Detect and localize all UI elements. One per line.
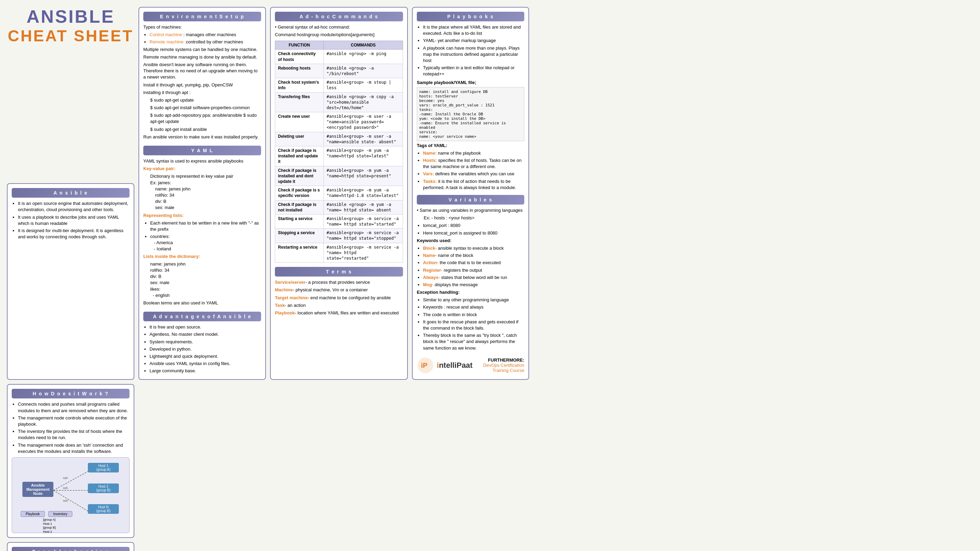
management-node: AnsibleManagementNode	[22, 482, 53, 497]
title-line1: ANSIBLE	[7, 7, 134, 27]
adhoc-command-2: #ansible<group> -m steup | less	[323, 78, 402, 92]
advantages-list: It is free and open source. Agentless. N…	[143, 324, 261, 374]
adhoc-command-1: #ansible <group> -a "/bin/reboot"	[323, 64, 402, 78]
yaml-lists-header: Representing lists:	[143, 213, 261, 219]
env-point-1: Multiple remote systems can be handled b…	[143, 46, 261, 53]
adhoc-function-7: Check if package is installed and dont u…	[275, 166, 324, 186]
vars-kw-rest-3: registers the output	[442, 268, 482, 273]
advantages-title: A d v a n t a g e s o f A n s i b l e	[143, 312, 261, 321]
exception-list: Similar to any other programming languag…	[417, 297, 524, 351]
env-point-3: Ansible doesn't leave any software runni…	[143, 62, 261, 81]
yaml-lists-label: Representing lists:	[143, 213, 184, 218]
how-point-3: The inventory file provides the list of …	[18, 429, 129, 441]
pb-tag-label-3: Tasks:	[423, 179, 437, 184]
adv-4: Developed in python.	[150, 346, 261, 352]
adhoc-command-0: #ansible <group> -m ping	[323, 49, 402, 64]
control-text: : manages other machines	[182, 32, 236, 37]
svg-text:ssh: ssh	[63, 499, 68, 502]
logo-text: intelliPaat	[437, 361, 473, 370]
remote-label: Remote machine:	[150, 39, 185, 44]
exception-item-4: Thereby block is the same as "try block …	[423, 332, 524, 351]
adhoc-command-12: #ansible<group> -m service -a "name= htt…	[323, 243, 402, 263]
terms-rest-0: - a process that provides service	[305, 279, 370, 285]
ansible-point-1: It is an open source engine that automat…	[18, 200, 129, 213]
yaml-dict-label: Lists inside the dictionary:	[143, 254, 200, 259]
ansible-title: A n s i b l e	[12, 188, 129, 198]
adhoc-section: A d - h o c C o m m a n d s • General sy…	[275, 12, 403, 263]
svg-line-0	[53, 472, 88, 491]
network-diagram: AnsibleManagementNode Host 1(group A) Ho…	[12, 457, 129, 533]
adv-2: Agentless. No master client model.	[150, 331, 261, 338]
adhoc-row-12: Restarting a service#ansible<group> -m s…	[275, 243, 403, 263]
exception-item-1: Keywords : rescue and always	[423, 304, 524, 310]
adhoc-row-7: Check if package is installed and dont u…	[275, 166, 403, 186]
terms-list: Service/server- a process that provides …	[275, 279, 403, 316]
vars-kw-2: Action- the code that is to be executed	[423, 260, 524, 266]
adhoc-function-6: Check if package is installed and update…	[275, 146, 324, 166]
terms-rest-4: - location where YAML files are written …	[295, 310, 399, 316]
remote-text: controlled by other machines	[185, 39, 243, 44]
adv-1: It is free and open source.	[150, 324, 261, 330]
host1: Host 1(group A)	[88, 463, 119, 473]
title-line2: CHEAT SHEET	[7, 27, 134, 45]
environment-yaml-column: E n v i r o n m e n t S e t u p Types of…	[138, 7, 266, 380]
furthermore-label: FURTHERMORE:	[473, 357, 524, 363]
control-label: Control machine	[150, 32, 182, 37]
adhoc-terms-column: A d - h o c C o m m a n d s • General sy…	[270, 7, 408, 380]
machine-types: Control machine : manages other machines…	[143, 32, 261, 45]
playbooks-title: P l a y b o o k s	[417, 12, 524, 21]
yaml-intro: YAML syntax is used to express ansible p…	[143, 158, 261, 164]
adhoc-function-4: Create new user	[275, 112, 324, 132]
pb-4: Typically written in a text editor like …	[423, 65, 524, 77]
pb-tag-2: Vars: defines the variables which you ca…	[423, 171, 524, 177]
yaml-boolean: Boolean terms are also used in YAML	[143, 300, 261, 306]
adhoc-row-1: Rebooting hosts#ansible <group> -a "/bin…	[275, 64, 403, 78]
env-point-5: installing it through apt :	[143, 89, 261, 96]
yaml-kv-label: Key-value pair:	[143, 166, 175, 171]
adhoc-command-9: #ansible <group> -m yum -a "name= httpd …	[323, 200, 402, 214]
pb-tag-1: Hosts: specifies the list of hosts. Task…	[423, 157, 524, 170]
adhoc-function-1: Rebooting hosts	[275, 64, 324, 78]
adhoc-row-4: Create new user#ansible<group> -m user -…	[275, 112, 403, 132]
remote-machine: Remote machine: controlled by other mach…	[150, 39, 261, 45]
pb-tag-label-1: Hosts:	[423, 158, 437, 163]
vars-example: Ex: - hosts : <your hosts>	[417, 215, 524, 221]
environment-setup-section: E n v i r o n m e n t S e t u p Types of…	[143, 12, 261, 141]
exception-header: Exception handling:	[417, 289, 524, 295]
yaml-lists-body: Each element has to be written in a new …	[143, 220, 261, 252]
vars-kw-label-0: Block-	[423, 246, 437, 251]
terms-item-0: Service/server- a process that provides …	[275, 279, 403, 286]
col-commands: COMMANDS	[323, 41, 402, 49]
sample-code: name: install and configure DB hosts: te…	[417, 87, 524, 141]
adhoc-row-11: Stopping a service#ansible<group> -m ser…	[275, 229, 403, 243]
adhoc-command-3: #ansible <group> -m copy -a "src=home/an…	[323, 92, 402, 112]
pb-1: It is the place where all YAML files are…	[423, 24, 524, 37]
terms-label-0: Service/server	[275, 279, 305, 285]
terms-item-4: Playbook- location where YAML files are …	[275, 310, 403, 316]
terms-rest-2: - end machine to be configured by ansibl…	[308, 295, 391, 300]
yaml-dict-body: name: james johnrollNo: 34div: Bsex: mal…	[143, 261, 261, 299]
inventory-content: [group A]Host 1[group B]Host 2Host N	[43, 518, 56, 533]
adhoc-table: FUNCTION COMMANDS Check connectivity of …	[275, 41, 403, 263]
ansible-point-2: It uses a playbook to describe jobs and …	[18, 214, 129, 227]
pb-2: YAML- yet another markup language	[423, 38, 524, 44]
yaml-list-item-2: countries: - America - Iceland	[150, 233, 261, 252]
adhoc-intro-text: General syntax of ad-hoc command:	[278, 24, 350, 30]
playbooks-section: P l a y b o o k s It is the place where …	[412, 7, 529, 380]
vars-kw-0: Block- ansible syntax to execute a block	[423, 245, 524, 251]
vars-kw-rest-2: the code that is to be executed	[439, 260, 501, 265]
ansible-section: A n s i b l e It is an open source engin…	[7, 183, 134, 380]
how-point-2: The management node controls whole execu…	[18, 415, 129, 427]
hostN: Host N(group B)	[88, 504, 119, 514]
ansible-points: It is an open source engine that automat…	[12, 200, 129, 240]
terms-item-1: Machine- physical machine, Vm or a conta…	[275, 287, 403, 293]
tags-header: Tags of YAML:	[417, 143, 524, 149]
intellipaat-icon: iP	[417, 357, 434, 374]
pb-tag-rest-3: it is the list of action that needs to b…	[423, 179, 516, 190]
exception-item-0: Similar to any other programming languag…	[423, 297, 524, 303]
troubleshooting-section: T r o u b l e s h o o t i n g Common str…	[7, 542, 134, 551]
adhoc-row-2: Check host system's info#ansible<group> …	[275, 78, 403, 92]
playbook-box: Playbook	[21, 511, 45, 517]
terms-rest-3: - an action	[285, 303, 306, 308]
pb-tag-rest-2: defines the variables which you can use	[434, 171, 514, 176]
